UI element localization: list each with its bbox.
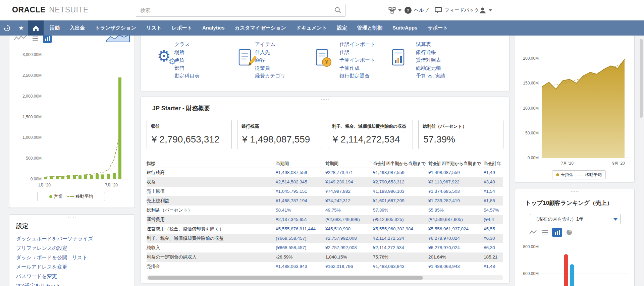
metric-value[interactable]: 58.41% [276, 206, 325, 215]
metric-value[interactable]: ¥3,113,967,922 [428, 177, 484, 187]
netsuite-logo[interactable]: ORACLE NETSUITE [12, 5, 89, 14]
kpi-value[interactable]: ¥ 2,114,272,534 [333, 134, 400, 145]
kpi-value[interactable]: 57.39% [423, 134, 455, 145]
metric-value[interactable]: ¥1,045,795,151 [276, 187, 325, 196]
nav-item-9[interactable]: 管理と制御 [357, 25, 382, 31]
shortcut-link[interactable]: 銀行勘定照合 [339, 72, 375, 80]
metric-value[interactable]: ¥45,510,900 [325, 224, 373, 234]
metric-value[interactable]: ¥2,790,653,312 [373, 177, 428, 187]
shortcut-link[interactable]: 総勘定元帳 [416, 64, 445, 72]
settings-link[interactable]: メールアドレスを変更 [16, 262, 67, 272]
home-button[interactable] [28, 20, 44, 36]
settings-link[interactable]: パスワードを変更 [16, 272, 57, 281]
metric-value[interactable]: 55.85% [428, 206, 484, 215]
metric-value[interactable]: (¥668,558,457) [276, 243, 325, 252]
roles-menu-button[interactable] [388, 0, 401, 20]
metric-value[interactable]: ¥1,49 [484, 168, 503, 177]
shortcut-link[interactable]: 顧客 [255, 56, 285, 64]
shortcut-link[interactable]: 貸借対照表 [416, 56, 445, 64]
drag-handle[interactable] [571, 191, 579, 193]
metric-value[interactable]: ¥3,40 [484, 177, 503, 187]
metric-value[interactable]: ¥6,30 [484, 234, 503, 243]
shortcut-link[interactable]: クラス [174, 40, 200, 48]
line-chart-icon[interactable] [528, 228, 538, 237]
customer-sales-bar[interactable] [564, 254, 568, 286]
metric-value[interactable]: ¥1,468,787,194 [276, 196, 325, 206]
line-chart-thumbnail[interactable] [13, 36, 28, 44]
metric-value[interactable]: ¥5,556,061,937,024 [428, 224, 484, 234]
metric-value[interactable]: ¥5,555,876,811,444 [276, 224, 325, 234]
drag-handle[interactable] [68, 216, 76, 218]
metric-value[interactable]: ¥6,278,970,024 [428, 243, 484, 252]
metric-value[interactable]: ¥2,757,992,008 [325, 243, 373, 252]
shortcut-link[interactable]: 場所 [174, 48, 200, 56]
metric-value[interactable]: ¥2,757,992,008 [325, 234, 373, 243]
shortcut-link[interactable]: 仕訳インポート [339, 40, 375, 48]
metric-value[interactable]: ¥1,488,063,943 [428, 262, 484, 271]
shortcut-link[interactable]: 通貨 [174, 56, 200, 64]
metric-value[interactable]: ¥1,498,087,559 [428, 168, 484, 177]
pie-chart-icon[interactable] [564, 228, 574, 237]
vertical-scrollbar[interactable] [639, 38, 643, 282]
settings-link[interactable]: ダッシュボードをパーソナライズ [16, 234, 93, 243]
nav-item-0[interactable]: 活動 [50, 25, 60, 31]
nav-item-6[interactable]: カスタマイゼーション [235, 25, 286, 31]
scrollbar-thumb[interactable] [640, 39, 643, 118]
kpi-value[interactable]: ¥ 2,790,653,312 [152, 134, 219, 145]
area-chart-thumbnail[interactable] [106, 36, 130, 44]
metric-value[interactable]: ¥1,498,087,559 [276, 168, 325, 177]
feedback-button[interactable]: フィードバック [435, 0, 479, 20]
top-customers-bar-chart[interactable]: 800.00M600.00M [515, 239, 635, 286]
metric-value[interactable]: ¥162,019,796 [325, 262, 373, 271]
shortcut-link[interactable]: 予算 vs. 実績 [416, 72, 445, 80]
shortcut-link[interactable]: 従業員 [255, 64, 285, 72]
shortcut-link[interactable]: アイテム [255, 40, 285, 48]
list-view-icon[interactable] [31, 36, 40, 43]
nav-item-8[interactable]: 設定 [337, 25, 347, 31]
nav-item-7[interactable]: ドキュメント [296, 25, 327, 31]
scrollbar-thumb[interactable] [148, 276, 423, 280]
search-icon[interactable] [334, 7, 341, 14]
metric-value[interactable]: ¥228,773,471 [325, 168, 373, 177]
metric-value[interactable]: 57.39% [373, 206, 428, 215]
sales-bar-chart[interactable]: 3,000.00M2,500.00M2,000.00M1,500.00M1,00… [9, 36, 135, 190]
metric-value[interactable]: ¥5,555,960,302,984 [373, 224, 428, 234]
shortcut-link[interactable]: 試算表 [416, 40, 445, 48]
nav-item-4[interactable]: レポート [172, 25, 192, 31]
metric-value[interactable]: ¥1,85 [484, 196, 503, 206]
metric-value[interactable]: ¥2,137,345,651 [276, 215, 325, 224]
metric-value[interactable]: (¥512,605,325) [373, 215, 428, 224]
search-input[interactable] [136, 4, 345, 17]
metric-value[interactable]: ¥1,739,282,419 [428, 196, 484, 206]
list-view-icon[interactable] [540, 228, 550, 237]
shortcut-link[interactable]: 仕訳 [339, 48, 375, 56]
shortcut-link[interactable]: 勘定科目表 [174, 72, 200, 80]
nav-item-2[interactable]: トランザクション [95, 25, 136, 31]
metric-value[interactable]: ¥74,242,312 [325, 196, 373, 206]
metric-value[interactable]: ¥1,488,063,943 [276, 262, 325, 271]
shortcut-link[interactable]: 銀行通帳 [416, 48, 445, 56]
customer-sales-bar[interactable] [570, 264, 574, 286]
metric-value[interactable]: ¥2,514,582,345 [276, 177, 325, 187]
shortcut-link[interactable]: 予算インポート [339, 56, 375, 64]
metric-value[interactable]: ¥1,601,667,209 [373, 196, 428, 206]
metric-value[interactable]: 49.75% [325, 206, 373, 215]
metric-value[interactable]: ¥1,488,063,943 [373, 262, 428, 271]
settings-link[interactable]: ダッシュボードを公開 [16, 253, 67, 262]
bar-chart-icon[interactable] [43, 36, 52, 43]
shortcuts-star-button[interactable]: ★ [14, 20, 28, 36]
metric-value[interactable]: 54.57% [484, 206, 503, 215]
settings-link[interactable]: リスト [72, 253, 87, 262]
metric-value[interactable]: (¥4,539,687,605) [428, 215, 484, 224]
metric-value[interactable]: (¥668,558,457) [276, 234, 325, 243]
metric-value[interactable]: (¥4,4 [484, 215, 503, 224]
shortcut-link[interactable]: 予算作成 [339, 64, 375, 72]
metric-value[interactable]: ¥74,987,882 [325, 187, 373, 196]
period-selector-dropdown[interactable]: （現在の月を含む）1年 [530, 214, 621, 224]
shortcut-link[interactable]: 仕入先 [255, 48, 285, 56]
metric-value[interactable]: ¥6,30 [484, 243, 503, 252]
nav-item-11[interactable]: サポート [427, 25, 448, 31]
help-button[interactable]: ? ヘルプ [405, 0, 429, 20]
user-menu-button[interactable] [479, 0, 492, 20]
shortcut-link[interactable]: 経費カテゴリ [255, 72, 285, 80]
